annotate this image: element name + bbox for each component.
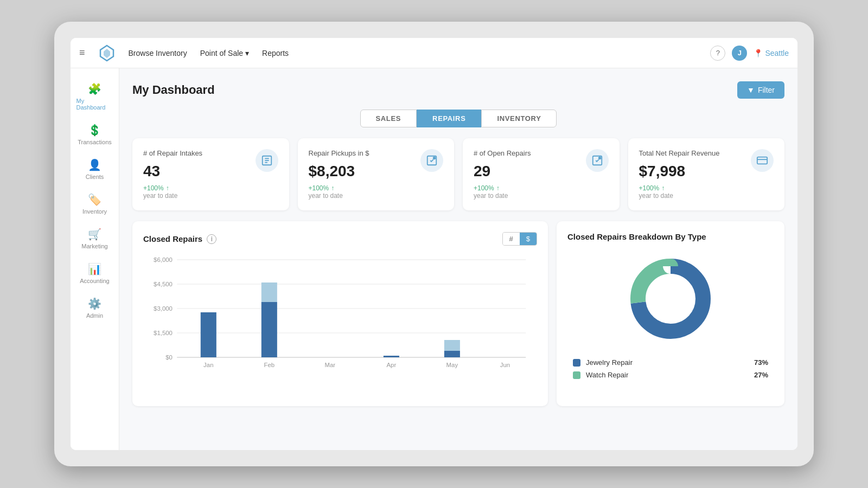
sidebar: 🧩 My Dashboard 💲 Transactions 👤 Clients … xyxy=(71,68,119,450)
tab-repairs[interactable]: REPAIRS xyxy=(417,110,481,127)
metric-date-1: year to date xyxy=(309,192,444,200)
user-avatar[interactable]: J xyxy=(732,46,747,61)
svg-rect-26 xyxy=(261,282,277,302)
accounting-icon: 📊 xyxy=(88,262,101,275)
tablet-inner: ≡ Browse Inventory Point of Sale ▾ Repor… xyxy=(71,38,797,450)
sidebar-label-marketing: Marketing xyxy=(81,243,107,249)
transactions-icon: 💲 xyxy=(88,124,101,137)
legend-item-jewelry: Jewelry Repair 73% xyxy=(573,358,768,367)
metric-icon-2 xyxy=(586,149,609,172)
bar-chart-svg: $6,000 $4,500 $3,000 $1,500 $0 Jan xyxy=(143,254,537,395)
legend-pct-watch: 27% xyxy=(754,371,768,379)
metric-card-open-repairs: # of Open Repairs 29 +100% ↑ year to dat… xyxy=(463,138,620,210)
dropdown-arrow-icon: ▾ xyxy=(245,49,249,57)
metric-card-repair-intakes: # of Repair Intakes 43 +100% ↑ year to d… xyxy=(132,138,289,210)
sidebar-item-admin[interactable]: ⚙️ Admin xyxy=(73,292,117,324)
legend-dot-watch xyxy=(573,371,580,379)
svg-rect-29 xyxy=(384,356,399,357)
location-pin-icon: 📍 xyxy=(754,49,763,57)
metric-date-2: year to date xyxy=(474,192,609,200)
marketing-icon: 🛒 xyxy=(88,228,101,241)
sidebar-label-admin: Admin xyxy=(86,312,103,319)
nav-reports[interactable]: Reports xyxy=(262,49,289,57)
donut-chart-card: Closed Repairs Breakdown By Type xyxy=(557,221,784,406)
main-layout: 🧩 My Dashboard 💲 Transactions 👤 Clients … xyxy=(71,68,797,450)
filter-button[interactable]: ▼ Filter xyxy=(737,81,784,99)
donut-svg-wrap xyxy=(622,250,719,348)
info-icon[interactable]: i xyxy=(207,234,216,244)
sidebar-label-accounting: Accounting xyxy=(80,278,109,284)
legend: Jewelry Repair 73% Watch Repair 27% xyxy=(567,358,774,383)
help-button[interactable]: ? xyxy=(710,46,725,61)
svg-text:May: May xyxy=(446,362,458,368)
sidebar-label-transactions: Transactions xyxy=(78,139,112,145)
metric-icon-3 xyxy=(751,149,774,172)
nav-browse-inventory[interactable]: Browse Inventory xyxy=(129,49,187,57)
svg-rect-10 xyxy=(757,157,767,164)
sidebar-label-dashboard: My Dashboard xyxy=(76,98,113,111)
content-header: My Dashboard ▼ Filter xyxy=(132,81,784,99)
sidebar-item-transactions[interactable]: 💲 Transactions xyxy=(73,118,117,151)
sidebar-item-inventory[interactable]: 🏷️ Inventory xyxy=(73,188,117,220)
location-selector[interactable]: 📍 Seattle xyxy=(754,49,789,57)
sidebar-label-clients: Clients xyxy=(86,174,104,180)
svg-text:Jun: Jun xyxy=(500,362,510,368)
dashboard-icon: 🧩 xyxy=(88,82,101,95)
svg-rect-23 xyxy=(201,312,216,357)
app-logo xyxy=(98,44,116,62)
dashboard-tabs: SALES REPAIRS INVENTORY xyxy=(132,110,784,127)
tab-sales[interactable]: SALES xyxy=(360,110,417,127)
filter-icon: ▼ xyxy=(747,86,755,94)
metric-date-3: year to date xyxy=(639,192,774,200)
svg-text:$4,500: $4,500 xyxy=(154,281,173,287)
legend-label-jewelry: Jewelry Repair xyxy=(586,358,633,367)
tablet-frame: ≡ Browse Inventory Point of Sale ▾ Repor… xyxy=(54,22,814,466)
metric-cards: # of Repair Intakes 43 +100% ↑ year to d… xyxy=(132,138,784,210)
svg-text:$6,000: $6,000 xyxy=(154,256,173,263)
svg-rect-32 xyxy=(444,340,460,351)
location-label: Seattle xyxy=(765,49,789,57)
tab-inventory[interactable]: INVENTORY xyxy=(481,110,557,127)
inventory-icon: 🏷️ xyxy=(88,193,101,206)
svg-text:Jan: Jan xyxy=(203,362,213,368)
svg-text:Feb: Feb xyxy=(264,362,275,368)
trend-up-icon-1: ↑ xyxy=(331,184,334,192)
nav-point-of-sale[interactable]: Point of Sale ▾ xyxy=(200,49,249,57)
metric-card-repair-pickups: Repair Pickups in $ $8,203 +100% ↑ year … xyxy=(298,138,455,210)
metric-card-revenue: Total Net Repair Revenue $7,998 +100% ↑ … xyxy=(628,138,785,210)
sidebar-item-accounting[interactable]: 📊 Accounting xyxy=(73,257,117,290)
bar-chart-area: $6,000 $4,500 $3,000 $1,500 $0 Jan xyxy=(143,254,537,395)
sidebar-item-dashboard[interactable]: 🧩 My Dashboard xyxy=(73,77,117,116)
hamburger-icon[interactable]: ≡ xyxy=(79,47,85,59)
bottom-section: Closed Repairs i # $ xyxy=(132,221,784,406)
metric-change-1: +100% ↑ xyxy=(309,184,444,192)
donut-title: Closed Repairs Breakdown By Type xyxy=(567,232,774,241)
metric-icon-0 xyxy=(256,149,278,172)
legend-item-watch: Watch Repair 27% xyxy=(573,371,768,379)
donut-container: Jewelry Repair 73% Watch Repair 27% xyxy=(567,250,774,383)
chart-title: Closed Repairs i xyxy=(143,234,216,244)
toggle-hash[interactable]: # xyxy=(503,233,520,245)
toggle-dollar[interactable]: $ xyxy=(520,233,537,245)
sidebar-item-marketing[interactable]: 🛒 Marketing xyxy=(73,222,117,255)
closed-repairs-chart-card: Closed Repairs i # $ xyxy=(132,221,548,406)
svg-text:$3,000: $3,000 xyxy=(154,305,173,312)
top-nav: ≡ Browse Inventory Point of Sale ▾ Repor… xyxy=(71,38,797,68)
trend-up-icon-3: ↑ xyxy=(661,184,665,192)
page-title: My Dashboard xyxy=(132,83,215,97)
metric-icon-1 xyxy=(420,149,443,172)
trend-up-icon-2: ↑ xyxy=(496,184,500,192)
svg-text:Mar: Mar xyxy=(325,362,336,368)
admin-icon: ⚙️ xyxy=(88,297,101,310)
sidebar-item-clients[interactable]: 👤 Clients xyxy=(73,153,117,185)
svg-rect-31 xyxy=(444,351,460,357)
trend-up-icon: ↑ xyxy=(166,184,169,192)
svg-marker-1 xyxy=(104,49,110,58)
main-content: My Dashboard ▼ Filter SALES REPAIRS INVE… xyxy=(119,68,797,450)
svg-text:$0: $0 xyxy=(165,354,173,361)
svg-point-7 xyxy=(433,157,436,160)
nav-links: Browse Inventory Point of Sale ▾ Reports xyxy=(129,49,698,57)
donut-svg xyxy=(622,250,719,348)
metric-change-0: +100% ↑ xyxy=(143,184,278,192)
legend-label-watch: Watch Repair xyxy=(586,371,628,379)
